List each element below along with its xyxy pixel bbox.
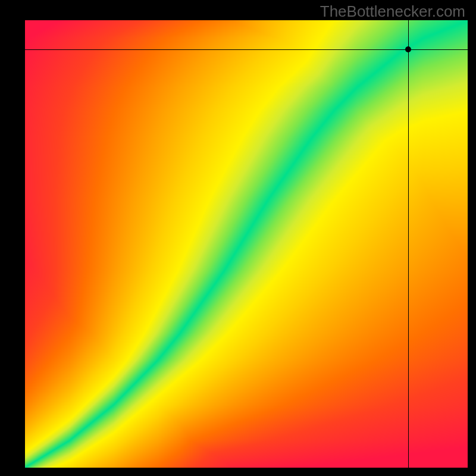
crosshair-horizontal <box>25 49 468 50</box>
heatmap-canvas <box>25 20 468 468</box>
watermark-text: TheBottlenecker.com <box>320 2 465 21</box>
heatmap-plot <box>25 20 468 468</box>
crosshair-vertical <box>408 20 409 468</box>
crosshair-marker <box>405 46 411 52</box>
